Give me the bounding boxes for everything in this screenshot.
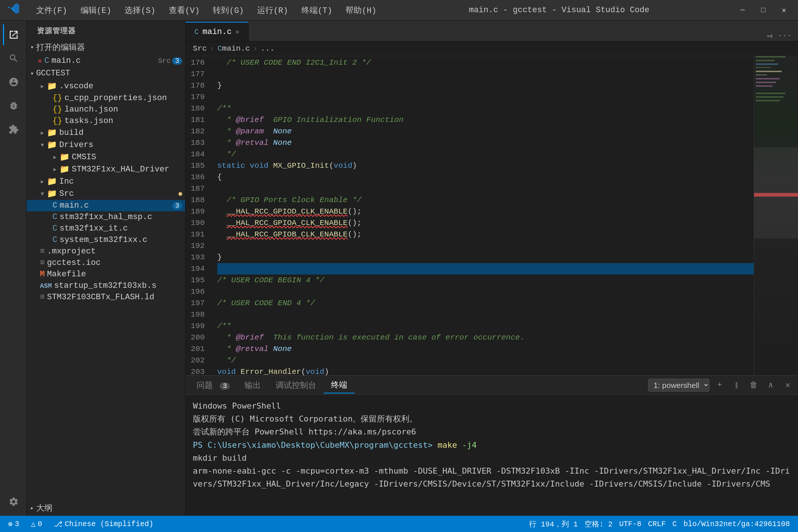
panel-tab-problems[interactable]: 问题 3 (189, 378, 237, 393)
maximize-button[interactable]: □ (757, 4, 770, 17)
menu-bar[interactable]: 文件(F) 编辑(E) 选择(S) 查看(V) 转到(G) 运行(R) 终端(T… (30, 3, 382, 17)
code-line-197: /* USER CODE END 4 */ (217, 297, 754, 309)
json-icon: {} (52, 93, 62, 103)
minimize-button[interactable]: ─ (736, 4, 749, 17)
folder-src[interactable]: ▾ 📁 Src (27, 188, 185, 200)
code-line-190: __HAL_RCC_GPIOA_CLK_ENABLE(); (217, 217, 754, 229)
warning-count: 0 (38, 520, 42, 528)
panel-tab-debug[interactable]: 调试控制台 (268, 378, 324, 393)
file-makefile[interactable]: M Makefile (27, 269, 185, 280)
tab-main-c[interactable]: C main.c ✕ (185, 22, 249, 41)
code-editor[interactable]: 176 177 178 179 180 181 182 183 184 185 … (185, 56, 798, 375)
folder-icon: 📁 (47, 81, 57, 91)
status-git-branch[interactable]: ⎇ Chinese (Simplified) (52, 519, 156, 529)
status-line-ending[interactable]: CRLF (646, 519, 668, 529)
breadcrumb-c-icon: C (217, 44, 222, 53)
file-launch[interactable]: {} launch.json (27, 104, 185, 115)
open-file-item[interactable]: ✕ C main.c Src 3 (27, 55, 185, 66)
menu-run[interactable]: 运行(R) (251, 3, 294, 17)
status-encoding[interactable]: UTF-8 (617, 519, 644, 529)
activity-git-icon[interactable] (3, 72, 24, 92)
split-terminal-button[interactable]: ⫿ (730, 379, 743, 392)
status-right: 行 194，列 1 空格: 2 UTF-8 CRLF C blo/Win32ne… (527, 519, 792, 529)
file-startup[interactable]: ASM startup_stm32f103xb.s (27, 280, 185, 291)
status-bar: ⊗ 3 △ 0 ⎇ Chinese (Simplified) 行 194，列 1… (0, 516, 798, 532)
file-tasks-label: tasks.json (64, 116, 185, 126)
folder-build[interactable]: ▸ 📁 build (27, 127, 185, 139)
folder-hal-driver[interactable]: ▸ 📁 STM32F1xx_HAL_Driver (27, 163, 185, 175)
close-button[interactable]: ✕ (777, 4, 791, 17)
split-editor-icon[interactable]: ⫤ (765, 31, 774, 41)
close-panel-button[interactable]: ✕ (781, 379, 794, 392)
code-content[interactable]: /* USER CODE END I2C1_Init 2 */ } /** * … (211, 56, 754, 375)
status-feedback[interactable]: blo/Win32net/ga:42961108 (681, 519, 792, 529)
file-main-c[interactable]: C main.c 3 (27, 200, 185, 211)
file-it[interactable]: C stm32f1xx_it.c (27, 223, 185, 234)
kill-terminal-button[interactable]: 🗑 (747, 379, 760, 392)
maximize-panel-button[interactable]: ∧ (764, 379, 777, 392)
activity-debug-icon[interactable] (3, 95, 24, 116)
status-position[interactable]: 行 194，列 1 (527, 519, 580, 529)
file-system[interactable]: C system_stm32f1xx.c (27, 234, 185, 246)
menu-goto[interactable]: 转到(G) (207, 3, 250, 17)
status-language[interactable]: C (670, 519, 679, 529)
code-line-187 (217, 183, 754, 194)
close-icon[interactable]: ✕ (38, 56, 42, 65)
minimap[interactable] (754, 56, 798, 375)
folder-cmsis[interactable]: ▸ 📁 CMSIS (27, 151, 185, 163)
status-spaces[interactable]: 空格: 2 (582, 519, 615, 529)
folder-drivers[interactable]: ▾ 📁 Drivers (27, 139, 185, 151)
status-errors[interactable]: ⊗ 3 (6, 519, 21, 529)
activity-search-icon[interactable] (3, 48, 24, 69)
panel-controls: 1: powershell + ⫿ 🗑 ∧ ✕ (648, 379, 794, 392)
json-icon: {} (52, 105, 62, 114)
feedback-text: blo/Win32net/ga:42961108 (683, 520, 790, 528)
code-line-194 (217, 263, 754, 274)
folder-icon: 📁 (59, 164, 69, 174)
spaces-text: 空格: 2 (584, 519, 613, 529)
breadcrumb-src[interactable]: Src (193, 44, 207, 53)
outline-label: 大纲 (36, 502, 52, 514)
file-ioc[interactable]: ≡ gcctest.ioc (27, 257, 185, 269)
file-tasks[interactable]: {} tasks.json (27, 115, 185, 127)
open-editors-section[interactable]: ▾ 打开的编辑器 (27, 40, 185, 55)
menu-help[interactable]: 帮助(H) (340, 3, 382, 17)
menu-terminal[interactable]: 终端(T) (296, 3, 338, 17)
folder-inc-label: Inc (59, 177, 185, 186)
menu-view[interactable]: 查看(V) (163, 3, 206, 17)
outline-section[interactable]: ▸ 大纲 (27, 500, 185, 516)
breadcrumb-ellipsis[interactable]: ... (260, 44, 274, 53)
project-section[interactable]: ▾ GCCTEST (27, 66, 185, 80)
terminal-selector[interactable]: 1: powershell (648, 379, 709, 392)
menu-select[interactable]: 选择(S) (119, 3, 161, 17)
breadcrumb-filename[interactable]: main.c (222, 44, 250, 53)
menu-file[interactable]: 文件(F) (30, 3, 73, 17)
folder-vscode[interactable]: ▸ 📁 .vscode (27, 80, 185, 92)
file-mxproject[interactable]: ≡ .mxproject (27, 246, 185, 257)
tab-close-button[interactable]: ✕ (235, 28, 239, 36)
file-main-c-label: main.c (59, 201, 172, 210)
folder-icon: 📁 (47, 189, 57, 199)
svg-rect-1 (756, 60, 774, 61)
status-warnings[interactable]: △ 0 (29, 519, 44, 529)
new-terminal-button[interactable]: + (713, 379, 726, 392)
file-hal-msp-label: stm32f1xx_hal_msp.c (59, 212, 185, 222)
file-ld[interactable]: ≡ STM32F103CBTx_FLASH.ld (27, 291, 185, 303)
panel-tab-output[interactable]: 输出 (237, 378, 268, 393)
panel-content[interactable]: Windows PowerShell 版权所有 (C) Microsoft Co… (185, 395, 798, 516)
activity-settings-icon[interactable] (3, 491, 24, 512)
activity-explorer-icon[interactable] (3, 24, 24, 45)
file-cpp-props[interactable]: {} c_cpp_properties.json (27, 92, 185, 104)
folder-inc[interactable]: ▸ 📁 Inc (27, 175, 185, 188)
menu-edit[interactable]: 编辑(E) (75, 3, 117, 17)
breadcrumb-sep1: › (210, 44, 215, 53)
code-line-193: } (217, 252, 754, 263)
file-launch-label: launch.json (64, 105, 185, 114)
code-line-177 (217, 68, 754, 80)
code-line-199: /** (217, 320, 754, 332)
panel-tab-terminal[interactable]: 终端 (324, 377, 355, 393)
file-hal-msp[interactable]: C stm32f1xx_hal_msp.c (27, 211, 185, 223)
code-line-184: */ (217, 149, 754, 160)
activity-extensions-icon[interactable] (3, 119, 24, 140)
more-options-icon[interactable]: ··· (777, 31, 792, 41)
